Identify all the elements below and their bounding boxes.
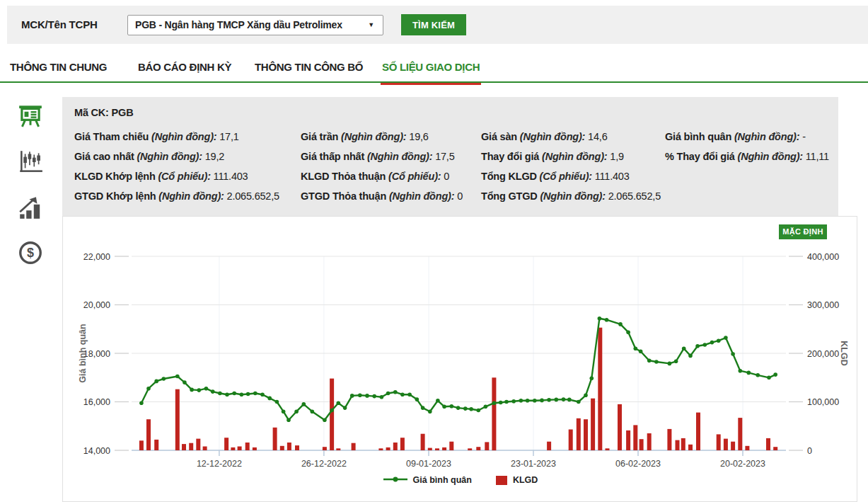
main-tabs: THÔNG TIN CHUNGBÁO CÁO ĐỊNH KỲTHÔNG TIN … bbox=[0, 61, 868, 83]
info-value: 0 bbox=[441, 171, 449, 182]
svg-text:09-01-2023: 09-01-2023 bbox=[406, 459, 451, 469]
info-unit: (Nghìn đồng): bbox=[542, 151, 607, 162]
info-column-2: Giá trần (Nghìn đồng): 19,6Giá thấp nhất… bbox=[301, 127, 463, 206]
info-row: Tổng KLGD (Cổ phiếu): 111.403 bbox=[481, 166, 661, 186]
info-unit: (Nghìn đồng): bbox=[137, 151, 202, 162]
info-value: 0 bbox=[454, 190, 463, 202]
search-button[interactable]: TÌM KIẾM bbox=[401, 14, 466, 35]
info-column-1: Giá Tham chiếu (Nghìn đồng): 17,1Giá cao… bbox=[74, 127, 279, 206]
info-row: KLGD Khớp lệnh (Cổ phiếu): 111.403 bbox=[74, 166, 279, 186]
info-value: 11,11 bbox=[803, 151, 829, 162]
info-value: 19,6 bbox=[406, 131, 428, 142]
info-value: 111.403 bbox=[592, 171, 630, 182]
dollar-coin-icon[interactable]: $ bbox=[17, 239, 47, 269]
info-row: Giá Tham chiếu (Nghìn đồng): 17,1 bbox=[74, 127, 279, 147]
svg-text:16,000: 16,000 bbox=[83, 397, 110, 407]
info-label: KLGD Thỏa thuận bbox=[301, 171, 388, 182]
ticker-field-label: MCK/Tên TCPH bbox=[21, 18, 98, 30]
info-unit: (Cổ phiếu): bbox=[158, 171, 210, 182]
svg-text:26-12-2022: 26-12-2022 bbox=[301, 459, 347, 469]
info-unit: (Nghìn đồng): bbox=[341, 131, 406, 142]
info-value: 19,2 bbox=[202, 151, 224, 162]
info-row: GTGD Thỏa thuận (Nghìn đồng): 0 bbox=[301, 186, 463, 206]
info-label: Giá trần bbox=[301, 131, 341, 142]
tabs-underline bbox=[0, 81, 868, 83]
info-unit: (Nghìn đồng): bbox=[367, 151, 432, 162]
info-row: % Thay đổi giá (Nghìn đồng): 11,11 bbox=[665, 147, 829, 166]
info-row: KLGD Thỏa thuận (Cổ phiếu): 0 bbox=[301, 166, 463, 186]
tab-thong-tin-chung[interactable]: THÔNG TIN CHUNG bbox=[10, 61, 107, 83]
svg-text:300,000: 300,000 bbox=[807, 300, 839, 310]
info-value: 14,6 bbox=[585, 131, 607, 142]
info-label: KLGD Khớp lệnh bbox=[74, 171, 158, 182]
ticker-dropdown[interactable]: PGB - Ngân hàng TMCP Xăng dầu Petrolimex… bbox=[127, 15, 383, 35]
candlestick-chart-icon[interactable] bbox=[17, 149, 47, 178]
info-unit: (Nghìn đồng): bbox=[540, 190, 605, 202]
default-view-button[interactable]: MẶC ĐỊNH bbox=[779, 224, 827, 239]
svg-text:KLGD: KLGD bbox=[839, 341, 849, 365]
info-unit: (Nghìn đồng): bbox=[151, 131, 216, 142]
info-row: Giá trần (Nghìn đồng): 19,6 bbox=[301, 127, 463, 147]
svg-text:0: 0 bbox=[807, 446, 812, 456]
svg-text:200,000: 200,000 bbox=[807, 349, 839, 359]
info-label: Tổng KLGD bbox=[481, 171, 540, 182]
svg-text:20-02-2023: 20-02-2023 bbox=[720, 459, 765, 469]
info-unit: (Nghìn đồng): bbox=[734, 131, 799, 142]
trading-chart: 12-12-202226-12-202209-01-202323-01-2023… bbox=[63, 238, 858, 486]
info-value: 2.065.652,5 bbox=[224, 190, 279, 202]
info-value: - bbox=[799, 131, 805, 142]
info-label: Giá Tham chiếu bbox=[74, 131, 151, 142]
legend-item-klgd: KLGD bbox=[496, 475, 538, 485]
info-unit: (Cổ phiếu): bbox=[388, 171, 441, 182]
chart-legend: Giá bình quânKLGD bbox=[63, 475, 858, 485]
info-row: Giá cao nhất (Nghìn đồng): 19,2 bbox=[74, 147, 279, 166]
info-label: Giá sàn bbox=[481, 131, 520, 142]
ticker-dropdown-value: PGB - Ngân hàng TMCP Xăng dầu Petrolimex bbox=[135, 19, 342, 30]
search-toolbar: MCK/Tên TCPH PGB - Ngân hàng TMCP Xăng d… bbox=[7, 6, 868, 44]
info-column-4: Giá bình quân (Nghìn đồng): -% Thay đổi … bbox=[665, 127, 829, 166]
svg-text:Giá bình quân: Giá bình quân bbox=[78, 324, 88, 382]
info-row: Giá bình quân (Nghìn đồng): - bbox=[665, 127, 829, 147]
info-row: Giá thấp nhất (Nghìn đồng): 17,5 bbox=[301, 147, 463, 166]
info-unit: (Nghìn đồng): bbox=[158, 190, 224, 202]
info-unit: (Cổ phiếu): bbox=[540, 171, 592, 182]
svg-text:20,000: 20,000 bbox=[83, 300, 110, 310]
tab-so-lieu-giao-dich[interactable]: SỐ LIỆU GIAO DỊCH bbox=[382, 61, 480, 83]
stock-code: Mã CK: PGB bbox=[74, 107, 133, 118]
svg-text:100,000: 100,000 bbox=[807, 397, 839, 407]
info-unit: (Nghìn đồng): bbox=[389, 190, 454, 202]
info-value: 2.065.652,5 bbox=[606, 190, 661, 202]
svg-text:$: $ bbox=[27, 246, 34, 260]
svg-text:22,000: 22,000 bbox=[83, 252, 110, 262]
legend-label: Giá bình quân bbox=[413, 475, 472, 485]
trading-summary-panel: Mã CK: PGB Giá Tham chiếu (Nghìn đồng): … bbox=[62, 97, 838, 216]
info-unit: (Nghìn đồng): bbox=[738, 151, 803, 162]
tab-bao-cao-dinh-ky[interactable]: BÁO CÁO ĐỊNH KỲ bbox=[138, 61, 231, 83]
chevron-down-icon: ▼ bbox=[368, 16, 374, 35]
info-value: 17,5 bbox=[432, 151, 454, 162]
info-row: Giá sàn (Nghìn đồng): 14,6 bbox=[481, 127, 661, 147]
legend-bar-marker bbox=[496, 476, 507, 485]
info-label: Tổng GTGD bbox=[481, 190, 540, 202]
svg-text:23-01-2023: 23-01-2023 bbox=[511, 459, 556, 469]
info-label: Giá bình quân bbox=[665, 131, 734, 142]
info-label: Thay đổi giá bbox=[481, 151, 542, 162]
svg-text:14,000: 14,000 bbox=[83, 446, 110, 456]
info-value: 1,9 bbox=[607, 151, 623, 162]
info-label: % Thay đổi giá bbox=[665, 151, 738, 162]
info-value: 17,1 bbox=[216, 131, 238, 142]
svg-text:12-12-2022: 12-12-2022 bbox=[197, 459, 242, 469]
tab-thong-tin-cong-bo[interactable]: THÔNG TIN CÔNG BỐ bbox=[255, 61, 363, 83]
info-label: Giá cao nhất bbox=[74, 151, 137, 162]
info-label: GTGD Khớp lệnh bbox=[74, 190, 158, 202]
legend-item-gia-binh-quan: Giá bình quân bbox=[383, 475, 472, 485]
bar-chart-growth-icon[interactable] bbox=[17, 194, 47, 224]
stock-code-label: Mã CK: bbox=[74, 107, 109, 118]
info-label: GTGD Thỏa thuận bbox=[301, 190, 389, 202]
info-row: Thay đổi giá (Nghìn đồng): 1,9 bbox=[481, 147, 661, 166]
stock-code-value: PGB bbox=[112, 107, 134, 118]
presentation-chart-icon[interactable] bbox=[17, 102, 47, 132]
legend-line-marker bbox=[383, 475, 407, 485]
info-unit: (Nghìn đồng): bbox=[520, 131, 585, 142]
info-value: 111.403 bbox=[211, 171, 248, 182]
